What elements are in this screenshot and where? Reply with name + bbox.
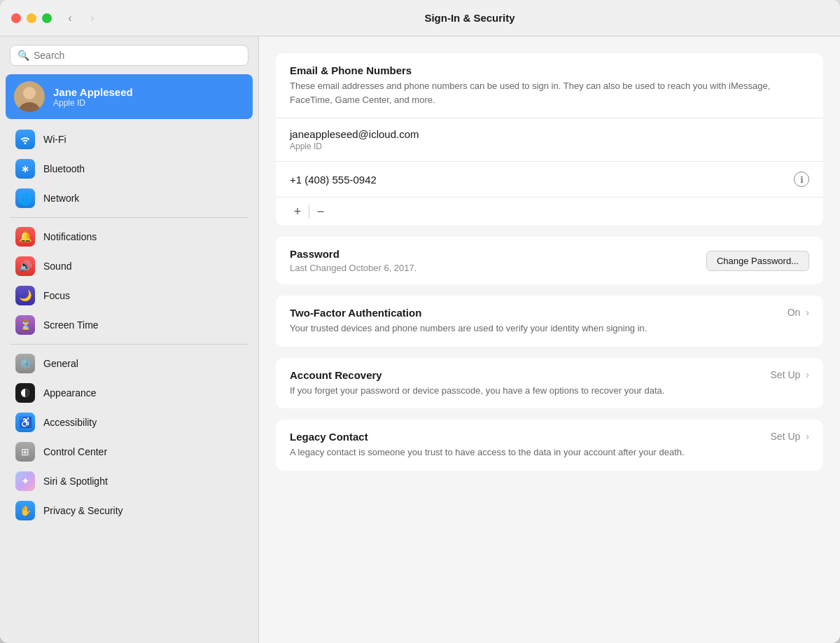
sound-icon: 🔊 bbox=[15, 256, 35, 276]
traffic-lights bbox=[11, 13, 52, 23]
sidebar-item-privacy[interactable]: ✋ Privacy & Security bbox=[6, 496, 253, 525]
tfa-row[interactable]: Two-Factor Authentication Your trusted d… bbox=[276, 296, 823, 347]
general-icon: ⚙️ bbox=[15, 354, 35, 373]
user-name: Jane Appleseed bbox=[53, 86, 133, 98]
password-title: Password bbox=[290, 248, 416, 260]
main-panel: Email & Phone Numbers These email addres… bbox=[259, 36, 840, 643]
email-section-desc: These email addresses and phone numbers … bbox=[290, 79, 809, 106]
network-icon: 🌐 bbox=[15, 188, 35, 208]
account-recovery-status: Set Up bbox=[771, 369, 801, 380]
sidebar-item-network[interactable]: 🌐 Network bbox=[6, 184, 253, 213]
sidebar-item-label-network: Network bbox=[43, 193, 79, 204]
close-button[interactable] bbox=[11, 13, 21, 23]
separator-2 bbox=[10, 344, 248, 345]
password-row: Password Last Changed October 6, 2017. C… bbox=[276, 237, 823, 284]
sidebar-item-wifi[interactable]: Wi-Fi bbox=[6, 125, 253, 154]
legacy-contact-card[interactable]: Legacy Contact A legacy contact is someo… bbox=[276, 420, 823, 471]
change-password-button[interactable]: Change Password... bbox=[706, 251, 809, 271]
user-subtitle: Apple ID bbox=[53, 98, 133, 108]
sidebar-item-label-controlcenter: Control Center bbox=[43, 446, 107, 457]
svg-point-1 bbox=[23, 87, 36, 99]
avatar bbox=[14, 81, 45, 112]
legacy-contact-chevron-icon: › bbox=[806, 431, 809, 442]
sidebar-item-notifications[interactable]: 🔔 Notifications bbox=[6, 222, 253, 251]
add-remove-divider bbox=[309, 205, 309, 219]
legacy-contact-desc: A legacy contact is someone you trust to… bbox=[290, 445, 760, 459]
account-recovery-desc: If you forget your password or device pa… bbox=[290, 384, 760, 398]
tfa-right: On › bbox=[788, 307, 809, 318]
email-address: janeappleseed@icloud.com bbox=[290, 128, 809, 140]
sidebar-item-label-focus: Focus bbox=[43, 290, 70, 301]
user-profile-item[interactable]: Jane Appleseed Apple ID bbox=[6, 74, 253, 119]
search-input[interactable] bbox=[34, 50, 241, 61]
account-recovery-content: Account Recovery If you forget your pass… bbox=[290, 369, 760, 398]
maximize-button[interactable] bbox=[42, 13, 52, 23]
tfa-content: Two-Factor Authentication Your trusted d… bbox=[290, 307, 776, 336]
sidebar-item-bluetooth[interactable]: ∗ Bluetooth bbox=[6, 154, 253, 184]
sidebar-item-siri[interactable]: ✦ Siri & Spotlight bbox=[6, 466, 253, 496]
add-remove-row: + − bbox=[276, 198, 823, 226]
last-changed: Last Changed October 6, 2017. bbox=[290, 263, 416, 273]
account-recovery-card[interactable]: Account Recovery If you forget your pass… bbox=[276, 358, 823, 409]
sidebar-item-label-general: General bbox=[43, 358, 78, 369]
separator-1 bbox=[10, 217, 248, 218]
appearance-icon bbox=[15, 383, 35, 403]
sidebar-item-label-wifi: Wi-Fi bbox=[43, 134, 66, 145]
sidebar-item-focus[interactable]: 🌙 Focus bbox=[6, 281, 253, 310]
sidebar-item-label-sound: Sound bbox=[43, 261, 71, 272]
tfa-title: Two-Factor Authentication bbox=[290, 307, 776, 319]
sidebar-item-label-bluetooth: Bluetooth bbox=[43, 163, 85, 174]
sidebar-item-general[interactable]: ⚙️ General bbox=[6, 349, 253, 378]
forward-button[interactable]: › bbox=[83, 11, 102, 26]
phone-number: +1 (408) 555-0942 bbox=[290, 174, 377, 186]
email-section-header: Email & Phone Numbers These email addres… bbox=[276, 53, 823, 118]
screentime-icon: ⏳ bbox=[15, 315, 35, 335]
phone-row: +1 (408) 555-0942 ℹ bbox=[276, 162, 823, 198]
sidebar-item-accessibility[interactable]: ♿ Accessibility bbox=[6, 408, 253, 437]
privacy-icon: ✋ bbox=[15, 501, 35, 520]
sidebar: 🔍 Jane Appleseed Apple ID bbox=[0, 36, 259, 643]
sidebar-item-label-notifications: Notifications bbox=[43, 231, 97, 242]
search-icon: 🔍 bbox=[18, 50, 29, 61]
accessibility-icon: ♿ bbox=[15, 413, 35, 432]
account-recovery-right: Set Up › bbox=[771, 369, 809, 380]
back-button[interactable]: ‹ bbox=[60, 11, 80, 26]
email-phone-card: Email & Phone Numbers These email addres… bbox=[276, 53, 823, 226]
legacy-contact-status: Set Up bbox=[771, 431, 801, 442]
password-card: Password Last Changed October 6, 2017. C… bbox=[276, 237, 823, 284]
notifications-icon: 🔔 bbox=[15, 227, 35, 247]
search-bar[interactable]: 🔍 bbox=[10, 45, 248, 66]
password-info: Password Last Changed October 6, 2017. bbox=[290, 248, 416, 273]
sidebar-item-label-accessibility: Accessibility bbox=[43, 417, 97, 428]
window-title: Sign-In & Security bbox=[111, 12, 829, 24]
email-row: janeappleseed@icloud.com Apple ID bbox=[276, 118, 823, 162]
legacy-contact-content: Legacy Contact A legacy contact is someo… bbox=[290, 431, 760, 459]
titlebar: ‹ › Sign-In & Security bbox=[0, 0, 840, 36]
sidebar-item-controlcenter[interactable]: ⊞ Control Center bbox=[6, 437, 253, 466]
tfa-chevron-icon: › bbox=[806, 307, 809, 318]
sidebar-item-label-screentime: Screen Time bbox=[43, 319, 99, 331]
email-section-title: Email & Phone Numbers bbox=[290, 64, 809, 76]
sidebar-item-label-appearance: Appearance bbox=[43, 387, 97, 399]
user-info: Jane Appleseed Apple ID bbox=[53, 86, 133, 108]
bluetooth-icon: ∗ bbox=[15, 159, 35, 179]
account-recovery-chevron-icon: › bbox=[806, 369, 809, 380]
settings-window: ‹ › Sign-In & Security 🔍 bbox=[0, 0, 840, 643]
minimize-button[interactable] bbox=[27, 13, 36, 23]
nav-buttons: ‹ › bbox=[60, 11, 102, 26]
focus-icon: 🌙 bbox=[15, 286, 35, 305]
account-recovery-title: Account Recovery bbox=[290, 369, 760, 381]
sidebar-item-screentime[interactable]: ⏳ Screen Time bbox=[6, 310, 253, 340]
sidebar-item-label-privacy: Privacy & Security bbox=[43, 505, 123, 516]
sidebar-item-appearance[interactable]: Appearance bbox=[6, 378, 253, 408]
tfa-card[interactable]: Two-Factor Authentication Your trusted d… bbox=[276, 296, 823, 347]
add-button[interactable]: + bbox=[287, 203, 308, 220]
legacy-contact-row[interactable]: Legacy Contact A legacy contact is someo… bbox=[276, 420, 823, 471]
legacy-contact-title: Legacy Contact bbox=[290, 431, 760, 443]
main-content: 🔍 Jane Appleseed Apple ID bbox=[0, 36, 840, 643]
phone-info-icon[interactable]: ℹ bbox=[794, 172, 809, 187]
account-recovery-row[interactable]: Account Recovery If you forget your pass… bbox=[276, 358, 823, 409]
sidebar-item-sound[interactable]: 🔊 Sound bbox=[6, 251, 253, 281]
email-type: Apple ID bbox=[290, 141, 809, 151]
remove-button[interactable]: − bbox=[310, 203, 331, 220]
